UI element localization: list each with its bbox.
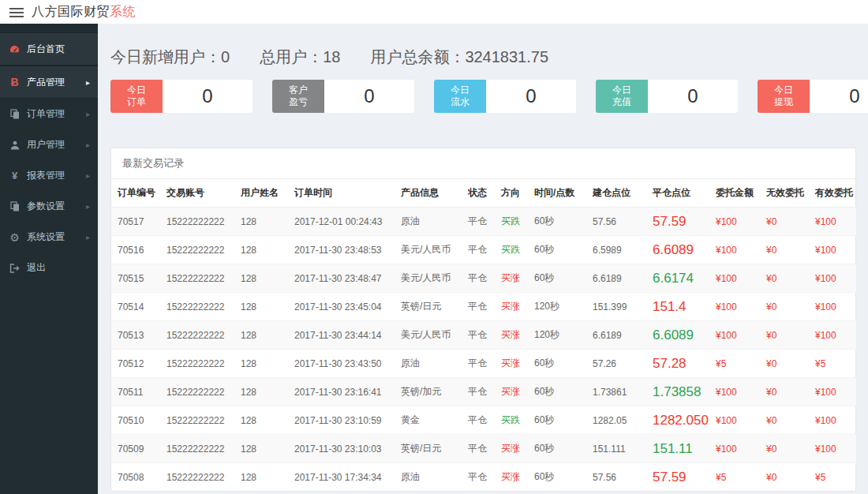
stat-card-label: 今日提现: [758, 80, 810, 113]
stat-card-orders-today: 今日订单0: [110, 80, 253, 113]
cell-account: 15222222222: [160, 293, 234, 321]
cell-invalid-entrust: ¥0: [760, 293, 809, 321]
column-header: 委托金额: [709, 179, 760, 208]
cell-order-id: 70511: [111, 378, 160, 406]
cell-account: 15222222222: [160, 264, 234, 293]
app-title: 八方国际财贸系统: [32, 4, 136, 21]
cell-period: 60秒: [528, 406, 586, 435]
cell-order-id: 70513: [111, 321, 160, 350]
cell-product: 英镑/加元: [395, 378, 462, 406]
cell-direction: 买涨: [495, 378, 528, 406]
cell-order-time: 2017-11-30 23:48:47: [288, 264, 395, 293]
sidebar-item-system[interactable]: ⚙系统设置▸: [0, 222, 98, 253]
cell-status: 平仓: [462, 378, 495, 406]
sidebar-item-home[interactable]: 后台首页: [0, 32, 98, 65]
cell-close-price: 1.73858: [646, 378, 709, 406]
sidebar-item-label: 退出: [27, 261, 46, 275]
cell-open-price: 57.56: [586, 208, 646, 236]
cell-period: 60秒: [528, 350, 586, 378]
cell-open-price: 57.56: [586, 463, 646, 492]
dashboard-icon: [8, 44, 21, 54]
sidebar-item-users[interactable]: 用户管理▸: [0, 129, 98, 160]
cell-period: 120秒: [528, 293, 586, 321]
cell-user-name: 128: [234, 463, 288, 492]
chevron-right-icon: ▸: [86, 202, 90, 211]
cell-account: 15222222222: [160, 406, 234, 435]
cell-valid-entrust: ¥100: [809, 208, 856, 236]
cell-open-price: 151.399: [586, 293, 646, 321]
yen-icon: ¥: [8, 170, 21, 182]
cell-product: 英镑/日元: [395, 293, 462, 321]
cell-status: 平仓: [462, 293, 495, 321]
cell-direction: 买涨: [495, 321, 528, 350]
column-header: 状态: [462, 179, 495, 208]
column-header: 方向: [495, 179, 528, 208]
app-title-main: 八方国际财贸: [32, 5, 110, 18]
cell-invalid-entrust: ¥0: [760, 406, 809, 435]
cell-status: 平仓: [462, 435, 495, 463]
cell-account: 15222222222: [160, 463, 234, 492]
cell-direction: 买涨: [495, 264, 528, 293]
stat-value: 18: [323, 48, 340, 65]
cell-direction: 买跌: [495, 208, 528, 236]
stat-value: 0: [221, 48, 230, 65]
cell-product: 原油: [395, 463, 462, 492]
cell-order-time: 2017-11-30 23:48:53: [288, 236, 395, 264]
hamburger-icon[interactable]: [9, 6, 24, 20]
stat-card-deposit-today: 今日充值0: [596, 80, 738, 113]
sidebar-item-label: 系统设置: [27, 230, 65, 244]
stats-bar: 今日新增用户：0 总用户：18 用户总余额：3241831.75: [110, 46, 856, 68]
table-row: 70510152222222221282017-11-30 23:10:59黄金…: [111, 406, 856, 435]
cell-product: 英镑/日元: [395, 435, 462, 463]
cell-entrust-amount: ¥100: [709, 321, 760, 350]
stat-card-value: 0: [486, 80, 576, 113]
cell-account: 15222222222: [160, 236, 234, 264]
table-row: 70514152222222221282017-11-30 23:45:04英镑…: [111, 293, 856, 321]
sidebar-item-products[interactable]: Ƀ产品管理▸: [0, 65, 98, 99]
cell-direction: 买涨: [495, 463, 528, 492]
cell-close-price: 1282.0502: [646, 406, 709, 435]
stat-card-value: 0: [648, 80, 738, 113]
cell-open-price: 6.5989: [586, 236, 646, 264]
cell-valid-entrust: ¥100: [809, 321, 856, 350]
stat-card-label: 今日流水: [434, 80, 486, 113]
cell-user-name: 128: [234, 378, 288, 406]
cell-order-id: 70508: [111, 463, 160, 492]
sidebar-item-params[interactable]: 参数设置▸: [0, 191, 98, 222]
column-header: 无效委托: [760, 179, 809, 208]
panel-title: 最新交易记录: [111, 148, 855, 179]
cell-user-name: 128: [234, 293, 288, 321]
cell-close-price: 57.59: [646, 208, 709, 236]
info-cards: 今日订单0客户盈亏0今日流水0今日充值0今日提现0: [110, 80, 868, 113]
cell-close-price: 151.4: [646, 293, 709, 321]
cell-user-name: 128: [234, 406, 288, 435]
cell-open-price: 57.26: [586, 350, 646, 378]
cell-order-id: 70517: [111, 208, 160, 236]
cell-order-id: 70512: [111, 350, 160, 378]
cell-entrust-amount: ¥5: [709, 350, 760, 378]
copy-icon: [8, 201, 21, 211]
sidebar-item-reports[interactable]: ¥报表管理▸: [0, 160, 98, 191]
cell-valid-entrust: ¥100: [809, 406, 856, 435]
gears-icon: ⚙: [8, 231, 21, 244]
sidebar-item-logout[interactable]: 退出: [0, 253, 98, 283]
cell-order-time: 2017-11-30 23:43:50: [288, 350, 395, 378]
cell-order-id: 70516: [111, 236, 160, 264]
cell-order-time: 2017-11-30 23:44:14: [288, 321, 395, 350]
cell-order-time: 2017-11-30 23:16:41: [288, 378, 395, 406]
stat-card-label: 今日充值: [596, 80, 648, 113]
cell-order-time: 2017-11-30 23:10:03: [288, 435, 395, 463]
cell-invalid-entrust: ¥0: [760, 264, 809, 293]
cell-entrust-amount: ¥100: [709, 264, 760, 293]
cell-valid-entrust: ¥5: [809, 350, 856, 378]
cell-invalid-entrust: ¥0: [760, 208, 809, 236]
cell-period: 120秒: [528, 321, 586, 350]
sidebar-item-orders[interactable]: 订单管理▸: [0, 99, 98, 129]
stat-card-turnover-today: 今日流水0: [434, 80, 576, 113]
cell-entrust-amount: ¥5: [709, 463, 760, 492]
cell-account: 15222222222: [160, 350, 234, 378]
sidebar-menu: 后台首页Ƀ产品管理▸订单管理▸用户管理▸¥报表管理▸参数设置▸⚙系统设置▸退出: [0, 32, 98, 283]
cell-status: 平仓: [462, 208, 495, 236]
cell-product: 黄金: [395, 406, 462, 435]
table-row: 70511152222222221282017-11-30 23:16:41英镑…: [111, 378, 856, 406]
